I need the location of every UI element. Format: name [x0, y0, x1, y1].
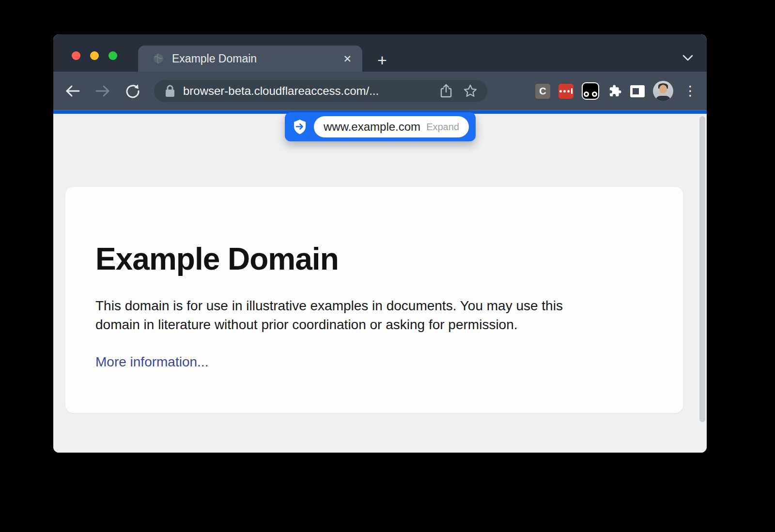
page-content: www.example.com Expand Example Domain Th…	[53, 114, 707, 453]
new-tab-button[interactable]: +	[373, 51, 391, 69]
minimize-window-button[interactable]	[90, 51, 99, 60]
tab-title: Example Domain	[172, 52, 343, 65]
side-panel-icon[interactable]	[630, 85, 645, 97]
address-bar[interactable]: browser-beta.cloudflareaccess.com/...	[154, 80, 487, 102]
domain-pill[interactable]: www.example.com Expand	[314, 116, 469, 137]
more-information-link[interactable]: More information...	[95, 354, 208, 370]
globe-icon	[153, 53, 164, 64]
back-button[interactable]	[64, 82, 81, 100]
browser-menu-icon[interactable]: ⋮	[682, 84, 699, 98]
goggles-extension-icon[interactable]	[582, 82, 599, 100]
tab-close-icon[interactable]: ✕	[343, 54, 352, 64]
bookmark-star-icon[interactable]	[463, 84, 478, 98]
share-icon[interactable]	[440, 83, 452, 99]
fullscreen-window-button[interactable]	[108, 51, 117, 60]
content-card: Example Domain This domain is for use in…	[65, 187, 683, 413]
profile-avatar[interactable]	[653, 81, 673, 101]
browser-window: Example Domain ✕ +	[53, 34, 707, 453]
popup-domain-text: www.example.com	[324, 120, 426, 134]
toolbar: browser-beta.cloudflareaccess.com/...	[53, 72, 707, 110]
tab-search-chevron-icon[interactable]	[682, 55, 693, 61]
page-paragraph: This domain is for use in illustrative e…	[95, 296, 653, 334]
extensions-puzzle-icon[interactable]	[607, 84, 622, 98]
tab-example-domain[interactable]: Example Domain ✕	[138, 46, 362, 72]
lock-icon	[165, 84, 175, 98]
forward-button[interactable]	[94, 82, 111, 100]
url-text: browser-beta.cloudflareaccess.com/...	[183, 84, 440, 98]
extension-c-icon[interactable]: C	[535, 84, 550, 99]
isolation-domain-popup: www.example.com Expand	[285, 112, 476, 141]
tab-strip: Example Domain ✕ +	[53, 34, 707, 72]
shield-arrow-icon	[293, 119, 307, 135]
scrollbar[interactable]	[699, 116, 705, 422]
reload-button[interactable]	[124, 82, 141, 100]
expand-button[interactable]: Expand	[426, 122, 459, 133]
page-heading: Example Domain	[95, 241, 653, 277]
extensions-area: C ⋮	[535, 81, 699, 101]
lastpass-extension-icon[interactable]	[558, 84, 574, 99]
close-window-button[interactable]	[72, 51, 80, 60]
window-controls	[72, 51, 117, 60]
